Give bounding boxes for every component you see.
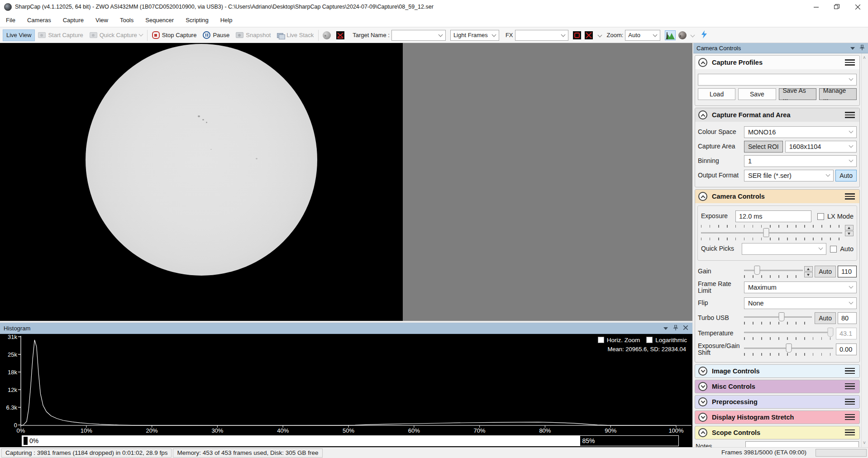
close-button[interactable] — [847, 0, 868, 14]
chevron-down-icon[interactable] — [691, 33, 695, 38]
camera-controls-header[interactable]: Camera Controls — [695, 190, 859, 203]
restore-button[interactable] — [826, 0, 847, 14]
section-menu-icon[interactable] — [845, 399, 855, 405]
panel-scrollbar[interactable]: ˄ ˅ — [861, 53, 868, 447]
section-menu-icon[interactable] — [845, 429, 855, 436]
menu-tools[interactable]: Tools — [114, 17, 139, 24]
scroll-down-icon[interactable]: ˅ — [863, 440, 866, 445]
section-menu-icon[interactable] — [845, 112, 855, 118]
menu-help[interactable]: Help — [215, 17, 238, 24]
collapse-icon[interactable] — [698, 110, 707, 119]
close-icon[interactable] — [683, 325, 688, 331]
zoom-combobox[interactable]: Auto — [625, 30, 660, 41]
target-name-combobox[interactable] — [391, 30, 446, 41]
image-controls-header[interactable]: Image Controls — [695, 364, 860, 378]
section-menu-icon[interactable] — [845, 383, 855, 390]
gain-slider[interactable] — [744, 265, 803, 275]
horiz-zoom-checkbox[interactable]: Horiz. Zoom — [598, 337, 640, 344]
menu-capture[interactable]: Capture — [57, 17, 90, 24]
turbo-usb-auto-button[interactable]: Auto — [815, 312, 836, 324]
capture-profiles-header[interactable]: Capture Profiles — [695, 56, 859, 69]
gain-spinner[interactable] — [804, 266, 813, 277]
fx-combobox[interactable] — [515, 30, 568, 41]
gain-auto-button[interactable]: Auto — [815, 266, 836, 277]
expand-icon[interactable] — [698, 397, 707, 406]
gain-input[interactable]: 110 — [838, 266, 857, 277]
menu-view[interactable]: View — [90, 17, 114, 24]
collapse-icon[interactable] — [698, 58, 707, 67]
menu-cameras[interactable]: Cameras — [21, 17, 57, 24]
menu-file[interactable]: File — [0, 17, 21, 24]
live-view-button[interactable]: Live View — [3, 29, 35, 41]
live-stack-button[interactable]: Live Stack — [274, 29, 317, 41]
exposure-slider[interactable] — [701, 228, 842, 238]
histogram-stretch-bar[interactable]: 0% 85% — [22, 435, 679, 446]
exposure-spinner[interactable] — [845, 225, 854, 240]
panel-menu-icon[interactable] — [850, 45, 855, 51]
preprocessing-header[interactable]: Preprocessing — [695, 395, 860, 409]
menu-scripting[interactable]: Scripting — [180, 17, 215, 24]
collapse-icon[interactable] — [698, 192, 707, 201]
quick-capture-button[interactable]: Quick Capture — [86, 29, 146, 41]
quick-picks-auto-checkbox[interactable]: Auto — [830, 245, 854, 253]
display-histogram-stretch-header[interactable]: Display Histogram Stretch — [695, 410, 860, 424]
flash-icon[interactable] — [701, 30, 708, 40]
start-capture-button[interactable]: Start Capture — [35, 29, 86, 41]
histogram-toggle-icon[interactable] — [665, 30, 676, 40]
output-format-combobox[interactable]: SER file (*.ser) — [744, 170, 834, 181]
save-as-button[interactable]: Save As ... — [779, 88, 816, 100]
stretch-white-region[interactable] — [22, 436, 580, 446]
crosshair-icon[interactable] — [585, 31, 593, 39]
stop-capture-button[interactable]: Stop Capture — [149, 29, 200, 41]
turbo-usb-input[interactable]: 80 — [838, 312, 857, 324]
section-menu-icon[interactable] — [845, 414, 855, 420]
snapshot-button[interactable]: Snapshot — [233, 29, 274, 41]
exp-gain-shift-slider[interactable] — [744, 343, 833, 353]
exposure-input[interactable]: 12.0 ms — [735, 210, 811, 222]
minimize-button[interactable] — [806, 0, 826, 14]
pin-icon[interactable] — [860, 45, 864, 52]
snapshot-icon — [236, 32, 243, 38]
capture-format-header[interactable]: Capture Format and Area — [695, 108, 859, 122]
colour-space-combobox[interactable]: MONO16 — [744, 126, 857, 138]
chevron-down-icon[interactable] — [597, 33, 602, 38]
manage-button[interactable]: Manage ... — [819, 88, 857, 100]
profile-combobox[interactable] — [698, 74, 857, 86]
output-auto-button[interactable]: Auto — [835, 170, 857, 181]
menu-sequencer[interactable]: Sequencer — [139, 17, 180, 24]
scope-controls-header[interactable]: Scope Controls — [695, 426, 860, 439]
logarithmic-checkbox[interactable]: Logarithmic — [646, 337, 687, 344]
misc-controls-header[interactable]: Misc Controls — [695, 380, 860, 393]
section-menu-icon[interactable] — [845, 59, 855, 66]
load-button[interactable]: Load — [698, 88, 735, 100]
section-menu-icon[interactable] — [845, 193, 855, 200]
overlay-status-icon[interactable] — [336, 31, 344, 39]
binning-combobox[interactable]: 1 — [744, 155, 857, 167]
collapse-icon[interactable] — [698, 428, 707, 437]
stretch-low-handle[interactable] — [24, 437, 28, 445]
panel-menu-icon[interactable] — [663, 325, 668, 331]
expand-icon[interactable] — [698, 367, 707, 376]
camera-preview[interactable] — [0, 43, 692, 321]
expand-icon[interactable] — [698, 413, 707, 422]
frame-type-combobox[interactable]: Light Frames — [450, 30, 499, 41]
slider-ticks — [744, 337, 833, 340]
moon-target-icon[interactable] — [323, 31, 331, 39]
lx-mode-checkbox[interactable]: LX Mode — [817, 213, 854, 220]
pin-icon[interactable] — [673, 325, 678, 332]
quick-picks-combobox[interactable] — [742, 243, 826, 255]
scroll-up-icon[interactable]: ˄ — [863, 55, 866, 60]
frame-rate-combobox[interactable]: Maximum — [744, 281, 857, 293]
select-roi-button[interactable]: Select ROI — [744, 141, 783, 153]
capture-area-combobox[interactable]: 1608x1104 — [785, 141, 857, 153]
section-menu-icon[interactable] — [845, 368, 855, 374]
exp-gain-shift-input[interactable]: 0.00 — [836, 344, 857, 355]
notes-input[interactable] — [745, 441, 859, 447]
planet-icon[interactable] — [678, 31, 687, 39]
expand-icon[interactable] — [698, 382, 707, 391]
flip-combobox[interactable]: None — [744, 297, 857, 309]
turbo-usb-slider[interactable] — [744, 312, 812, 322]
pause-button[interactable]: Pause — [200, 29, 233, 41]
selection-area-icon[interactable] — [573, 31, 581, 39]
save-button[interactable]: Save — [738, 88, 776, 100]
